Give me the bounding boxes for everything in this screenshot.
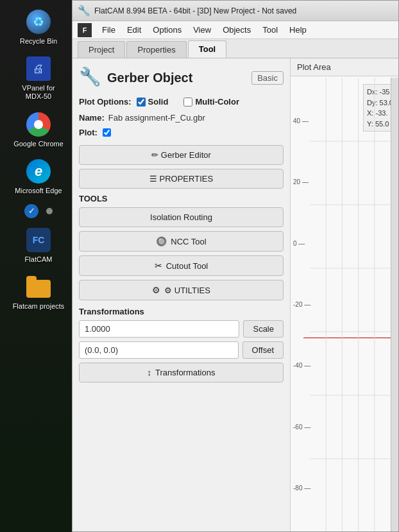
menu-edit[interactable]: Edit: [122, 23, 146, 37]
scale-button[interactable]: Scale: [243, 320, 284, 338]
plot-options-row: Plot Options: Solid Multi-Color: [79, 97, 284, 107]
name-row: Name: Fab assignment-F_Cu.gbr: [79, 113, 284, 123]
edge-label: Microsoft Edge: [15, 187, 62, 195]
chrome-img: [26, 112, 51, 137]
multicolor-checkbox-wrapper[interactable]: Multi-Color: [183, 97, 239, 107]
menu-help[interactable]: Help: [284, 23, 312, 37]
recycle-bin-label: Recycle Bin: [20, 37, 57, 46]
small-dot-icon: [46, 208, 53, 214]
title-bar-icon: 🔧: [78, 4, 90, 17]
menu-logo-icon: F: [78, 23, 92, 37]
offset-row: Offset: [79, 341, 284, 359]
vpanel-label: VPanel for MDX-50: [12, 84, 65, 101]
flatcam-projects-label: Flatcam projects: [13, 302, 65, 311]
flatcam-img: FC: [26, 228, 51, 252]
edge-icon[interactable]: e Microsoft Edge: [10, 155, 67, 199]
solid-checkbox[interactable]: [137, 98, 146, 107]
y-label-neg80: -80 —: [293, 485, 310, 492]
transformations-section: Transformations Scale Offset ↕ Transform…: [79, 307, 284, 382]
folder-img: [26, 276, 51, 298]
menu-objects[interactable]: Objects: [217, 23, 256, 37]
y-label-0: 0 —: [293, 240, 310, 247]
plot-row: Plot:: [79, 128, 284, 137]
tab-tool[interactable]: Tool: [188, 40, 226, 58]
content-area: 🔧 Gerber Object Basic Plot Options: Soli…: [72, 58, 398, 531]
menu-options[interactable]: Options: [148, 23, 187, 37]
y-label-neg40: -40 —: [293, 362, 310, 369]
offset-button[interactable]: Offset: [242, 341, 284, 359]
vpanel-img: 🖨: [26, 56, 51, 81]
cutout-tool-icon: ✂: [155, 261, 162, 271]
multicolor-checkbox[interactable]: [183, 98, 192, 107]
desktop: ♻ Recycle Bin 🖨 VPanel for MDX-50 Google…: [0, 0, 77, 532]
left-panel: 🔧 Gerber Object Basic Plot Options: Soli…: [72, 58, 291, 531]
gerber-editor-button[interactable]: ✏ Gerber Editor: [79, 145, 284, 165]
scale-input[interactable]: [79, 320, 239, 338]
object-title: Gerber Object: [107, 71, 251, 85]
utilities-button[interactable]: ⚙ ⚙ UTILTIES: [79, 280, 284, 300]
flatcam-label: FlatCAM: [25, 255, 53, 264]
cutout-tool-button[interactable]: ✂ Cutout Tool: [79, 255, 284, 276]
object-header: 🔧 Gerber Object Basic: [79, 66, 284, 89]
properties-button[interactable]: ☰ PROPERTIES: [79, 169, 284, 189]
small-check-icon: ✓: [24, 204, 38, 218]
recycle-bin-icon[interactable]: ♻ Recycle Bin: [10, 5, 67, 49]
edge-img: e: [26, 159, 51, 184]
menu-file[interactable]: File: [97, 23, 121, 37]
vpanel-icon[interactable]: 🖨 VPanel for MDX-50: [10, 52, 67, 105]
isolation-routing-label: Isolation Routing: [150, 212, 212, 222]
ncc-tool-icon: 🔘: [156, 236, 167, 246]
scrollbar[interactable]: [391, 78, 398, 531]
y-label-20: 20 —: [293, 178, 310, 185]
plot-checkbox[interactable]: [103, 128, 111, 137]
y-axis: 40 — 20 — 0 — -20 — -40 — -60 — -80 —: [293, 78, 310, 531]
transformations-button[interactable]: ↕ Transformations: [79, 363, 284, 382]
plot-area-label: Plot Area: [291, 58, 398, 76]
name-label: Name:: [79, 113, 105, 123]
small-icons-row: ✓: [22, 202, 55, 221]
tab-project[interactable]: Project: [78, 41, 125, 58]
utilities-icon: ⚙: [152, 285, 160, 295]
menu-tool[interactable]: Tool: [257, 23, 283, 37]
transformations-arrow-icon: ↕: [148, 368, 152, 377]
menu-bar: F File Edit Options View Objects Tool He…: [72, 21, 398, 39]
solid-checkbox-wrapper[interactable]: Solid: [137, 97, 169, 107]
plot-options-label: Plot Options:: [79, 97, 132, 107]
y-label-neg20: -20 —: [293, 301, 310, 308]
offset-input[interactable]: [79, 341, 239, 359]
y-label-40: 40 —: [293, 117, 310, 124]
flatcam-projects-icon[interactable]: Flatcam projects: [10, 270, 67, 314]
multicolor-label: Multi-Color: [195, 97, 239, 107]
y-label-neg60: -60 —: [293, 424, 310, 431]
utilities-label: ⚙ UTILTIES: [164, 286, 210, 295]
title-bar: 🔧 FlatCAM 8.994 BETA - 64bit - [3D] New …: [72, 1, 398, 21]
tab-properties[interactable]: Properties: [126, 41, 186, 58]
object-badge: Basic: [251, 71, 284, 85]
transformations-label: Transformations: [79, 307, 284, 316]
tab-bar: Project Properties Tool: [72, 39, 398, 58]
tools-label: TOOLS: [79, 194, 284, 203]
chrome-icon[interactable]: Google Chrome: [10, 108, 67, 152]
main-window: 🔧 FlatCAM 8.994 BETA - 64bit - [3D] New …: [72, 0, 399, 532]
isolation-routing-button[interactable]: Isolation Routing: [79, 207, 284, 227]
plot-label: Plot:: [79, 128, 98, 137]
chrome-label: Google Chrome: [13, 140, 64, 148]
transformations-btn-label: Transformations: [155, 368, 215, 377]
plot-area: Plot Area Dx: -35 Dy: 53.0 X: -33. Y: 55…: [291, 58, 398, 531]
flatcam-icon[interactable]: FC FlatCAM: [10, 223, 67, 268]
ncc-tool-button[interactable]: 🔘 NCC Tool: [79, 231, 284, 252]
title-bar-text: FlatCAM 8.994 BETA - 64bit - [3D] New Pr…: [94, 6, 393, 15]
scale-row: Scale: [79, 320, 284, 338]
name-value: Fab assignment-F_Cu.gbr: [108, 113, 205, 123]
ncc-tool-label: NCC Tool: [171, 237, 206, 246]
menu-view[interactable]: View: [188, 23, 216, 37]
grid-svg: [310, 78, 391, 531]
solid-label: Solid: [148, 97, 169, 107]
gerber-object-icon: 🔧: [79, 66, 102, 89]
recycle-bin-img: ♻: [26, 10, 51, 34]
cutout-tool-label: Cutout Tool: [166, 261, 208, 271]
